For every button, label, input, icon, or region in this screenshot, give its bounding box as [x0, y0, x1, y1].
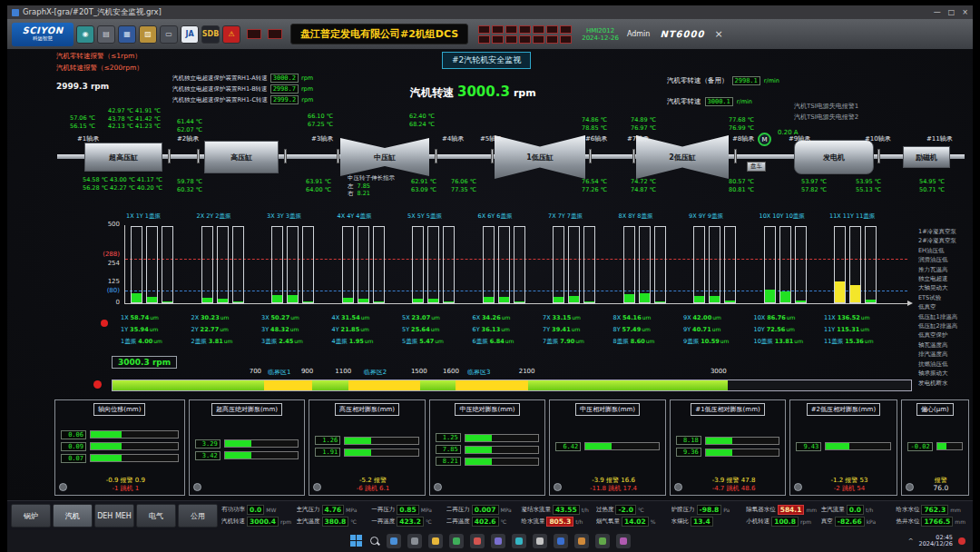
- ja-logo-icon[interactable]: JA: [181, 25, 199, 44]
- nav-button-电气[interactable]: 电气: [136, 504, 176, 527]
- taskbar-app-icon[interactable]: [491, 534, 505, 548]
- vibration-point-value: 48.32: [270, 326, 289, 333]
- taskbar-app-icon[interactable]: [428, 534, 443, 548]
- overspeed-label: 汽机独立电超速保护装置RH1-A转速: [172, 74, 268, 83]
- alarm-indicator[interactable]: [505, 25, 517, 34]
- telemetry-label: 水煤比: [671, 518, 690, 526]
- alarm-indicator[interactable]: [546, 35, 558, 44]
- temperature-value: 76.97 ℃: [631, 124, 656, 133]
- vibration-unit: um: [720, 338, 730, 344]
- alarm-bell-icon[interactable]: ⚠: [222, 25, 240, 44]
- temperature-value: 62.07 ℃: [177, 126, 202, 134]
- alarm-indicator[interactable]: [492, 25, 504, 34]
- vibration-table-cell: 11盖振15.36um: [824, 338, 874, 346]
- alarm-indicator[interactable]: [247, 29, 261, 39]
- toolbar-close-icon[interactable]: ×: [714, 28, 722, 40]
- bearing-label: #8轴承: [732, 134, 754, 143]
- hmi-station-info: HMI2012 2024-12-26: [582, 27, 619, 42]
- vibration-plot-area: [124, 225, 907, 304]
- panel-title: 轴向位移(mm): [93, 403, 145, 416]
- minimize-icon[interactable]: —: [934, 8, 941, 16]
- temperature-value: 63.91 ℃: [306, 178, 331, 186]
- alarm-indicator[interactable]: [478, 25, 490, 34]
- alarm-list-item: 低压缸1排温高: [918, 312, 969, 321]
- tray-chevron-icon[interactable]: ^: [908, 537, 914, 545]
- status-dot-icon: [59, 483, 67, 491]
- taskbar-app-icon[interactable]: [407, 534, 422, 548]
- nav-button-DEH MEH[interactable]: DEH MEH: [94, 504, 134, 527]
- telemetry-unit: rpm: [800, 518, 811, 525]
- vibration-point-value: 136.52: [838, 314, 860, 321]
- logo-subtext: 科远智慧: [33, 35, 53, 42]
- alarm-limit-text: -3.9 报警 47.8: [686, 477, 782, 485]
- windows-start-icon[interactable]: [350, 535, 363, 547]
- alarm-indicator[interactable]: [505, 35, 517, 44]
- temperature-value: 67.25 ℃: [308, 121, 333, 129]
- telemetry-item: 水煤比13.4: [671, 517, 745, 527]
- taskbar-app-icon[interactable]: [512, 534, 526, 548]
- panel-title: 超高压绝对膨胀(mm): [211, 403, 282, 416]
- temperature-value: 68.24 ℃: [409, 121, 435, 129]
- telemetry-bar: 锅炉汽机DEH MEH电气公用 有功功率0.0MW主汽压力4.76MPa一再压力…: [7, 500, 973, 530]
- cylinder-label: 1低压缸: [526, 153, 554, 163]
- monitor-icon[interactable]: ▭: [160, 25, 178, 44]
- cd-icon[interactable]: ◉: [76, 25, 94, 44]
- nav-button-汽机[interactable]: 汽机: [53, 504, 93, 527]
- search-icon[interactable]: [369, 536, 380, 547]
- vibration-point-value: 86.76: [767, 314, 786, 321]
- taskbar-app-icon[interactable]: [470, 534, 485, 548]
- gauge-bar: [465, 458, 540, 466]
- alarm-indicator[interactable]: [478, 35, 490, 44]
- folder-icon[interactable]: ▨: [139, 25, 157, 44]
- temperature-value: 60.32 ℃: [177, 186, 202, 194]
- telemetry-item: 凝结水流量43.55t/h: [521, 505, 594, 515]
- printer-icon[interactable]: ▤: [97, 25, 115, 44]
- vibration-unit: um: [642, 326, 651, 332]
- taskbar-app-icon[interactable]: [554, 534, 568, 548]
- alarm-indicator[interactable]: [268, 29, 282, 39]
- taskbar-app-icon[interactable]: [616, 534, 631, 548]
- bearing-label: #3轴承: [311, 134, 333, 143]
- alarm-indicator[interactable]: [519, 25, 531, 34]
- vibration-point-value: 39.41: [552, 326, 571, 333]
- sdb-logo-icon[interactable]: SDB: [201, 25, 220, 44]
- panel-title: 中压绝对膨胀(mm): [455, 403, 519, 416]
- turning-gear-label: 盘车: [747, 162, 766, 172]
- extra-value: 76.0: [917, 485, 965, 493]
- nav-button-锅炉[interactable]: 锅炉: [11, 504, 51, 527]
- vibration-point-label: 10X: [754, 314, 766, 321]
- telemetry-value: 762.3: [921, 505, 948, 515]
- taskbar-clock[interactable]: 02:45 2024/12/26: [919, 535, 953, 548]
- cylinder: 励磁机: [903, 146, 950, 168]
- vibration-table-cell: 11Y115.31um: [824, 326, 869, 333]
- alarm-indicator[interactable]: [560, 35, 572, 44]
- speed-tick-label: 2100: [519, 368, 535, 375]
- taskbar-app-icon[interactable]: [449, 534, 464, 548]
- taskbar-app-icon[interactable]: [595, 534, 610, 548]
- notification-badge[interactable]: [958, 537, 965, 545]
- vibration-table-cell: 1Y35.94um: [121, 326, 158, 333]
- telemetry-label: 给水水位: [896, 506, 919, 514]
- alarm-indicator[interactable]: [519, 35, 531, 44]
- motor-icon: M: [758, 133, 771, 146]
- maximize-icon[interactable]: □: [948, 8, 956, 16]
- alarm-indicator[interactable]: [533, 35, 544, 44]
- alarm-indicator[interactable]: [533, 25, 544, 34]
- nav-button-公用[interactable]: 公用: [178, 504, 218, 527]
- overspeed-value: 3000.2: [270, 74, 299, 83]
- close-icon[interactable]: ×: [962, 8, 968, 16]
- alarm-indicator[interactable]: [560, 25, 572, 34]
- chart-icon[interactable]: ▦: [118, 25, 136, 44]
- gauge-bar: [584, 442, 660, 450]
- alarm-indicator[interactable]: [492, 35, 504, 44]
- speed-small-unit: rpm: [91, 82, 109, 91]
- panel-value: 9.43: [796, 442, 821, 451]
- vibration-bar-fill: [233, 301, 243, 302]
- vibration-bar-fill: [624, 294, 634, 302]
- taskbar-app-icon[interactable]: [533, 534, 547, 548]
- taskbar-app-icon[interactable]: [387, 534, 401, 548]
- vibration-bar-fill: [584, 301, 594, 302]
- panel-limits: -3.9 报警 47.8-4.7 跳机 48.6: [686, 477, 782, 492]
- taskbar-app-icon[interactable]: [574, 534, 589, 548]
- alarm-indicator[interactable]: [546, 25, 558, 34]
